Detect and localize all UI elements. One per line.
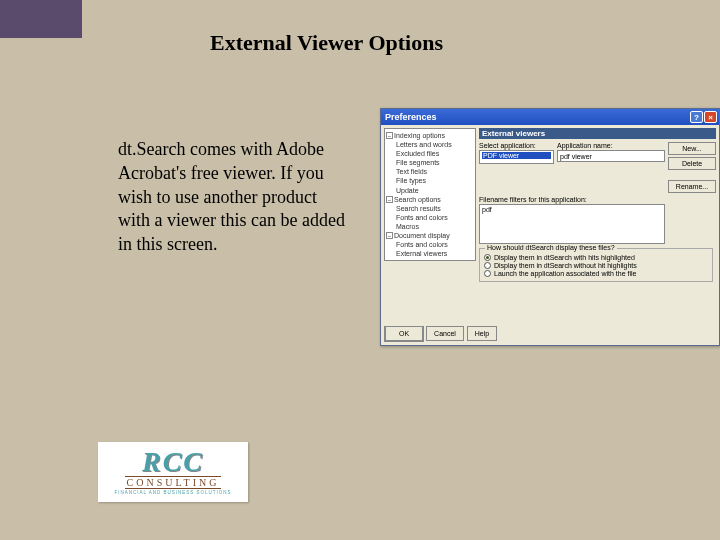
group-legend: How should dtSearch display these files? xyxy=(485,244,617,251)
close-icon[interactable]: × xyxy=(704,111,717,123)
rcc-logo: RCC CONSULTING FINANCIAL AND BUSINESS SO… xyxy=(98,442,248,502)
tree-node[interactable]: Search options xyxy=(394,196,441,203)
options-tree[interactable]: −Indexing options Letters and words Excl… xyxy=(384,128,476,261)
tree-node[interactable]: Excluded files xyxy=(386,149,474,158)
tree-node-selected[interactable]: External viewers xyxy=(386,249,474,258)
panel-header: External viewers xyxy=(479,128,716,139)
tree-collapse-icon[interactable]: − xyxy=(386,196,393,203)
filters-textarea[interactable]: pdf xyxy=(479,204,665,244)
radio-button[interactable] xyxy=(484,254,491,261)
help-icon[interactable]: ? xyxy=(690,111,703,123)
filters-label: Filename filters for this application: xyxy=(479,196,716,203)
dialog-titlebar: Preferences ? × xyxy=(381,109,719,125)
body-paragraph: dt.Search comes with Adobe Acrobat's fre… xyxy=(118,138,353,257)
tree-node[interactable]: Text fields xyxy=(386,167,474,176)
new-button[interactable]: New... xyxy=(668,142,716,155)
radio-button[interactable] xyxy=(484,262,491,269)
logo-tagline: FINANCIAL AND BUSINESS SOLUTIONS xyxy=(114,490,231,495)
logo-main: RCC xyxy=(142,449,204,474)
tree-node[interactable]: File types xyxy=(386,176,474,185)
tree-node[interactable]: Fonts and colors xyxy=(386,213,474,222)
preferences-dialog: Preferences ? × −Indexing options Letter… xyxy=(380,108,720,346)
radio-label: Launch the application associated with t… xyxy=(494,270,636,277)
list-item[interactable]: PDF viewer xyxy=(482,152,551,159)
dialog-title: Preferences xyxy=(385,112,437,122)
application-name-label: Application name: xyxy=(557,142,665,149)
tree-collapse-icon[interactable]: − xyxy=(386,132,393,139)
radio-label: Display them in dtSearch without hit hig… xyxy=(494,262,637,269)
help-button[interactable]: Help xyxy=(467,326,497,341)
tree-node[interactable]: Update xyxy=(386,186,474,195)
delete-button[interactable]: Delete xyxy=(668,157,716,170)
tree-node[interactable]: Fonts and colors xyxy=(386,240,474,249)
tree-collapse-icon[interactable]: − xyxy=(386,232,393,239)
tree-node[interactable]: File segments xyxy=(386,158,474,167)
application-name-input[interactable]: pdf viewer xyxy=(557,150,665,162)
radio-label: Display them in dtSearch with hits highl… xyxy=(494,254,635,261)
page-title: External Viewer Options xyxy=(210,30,443,56)
slide-accent-bar xyxy=(0,0,82,38)
radio-button[interactable] xyxy=(484,270,491,277)
rename-button[interactable]: Rename... xyxy=(668,180,716,193)
tree-node[interactable]: Search results xyxy=(386,204,474,213)
ok-button[interactable]: OK xyxy=(385,326,423,341)
display-mode-group: How should dtSearch display these files?… xyxy=(479,248,713,282)
tree-node[interactable]: Document display xyxy=(394,232,450,239)
tree-node[interactable]: Indexing options xyxy=(394,132,445,139)
application-listbox[interactable]: PDF viewer xyxy=(479,150,554,164)
tree-node[interactable]: Letters and words xyxy=(386,140,474,149)
tree-node[interactable]: Macros xyxy=(386,222,474,231)
select-application-label: Select application: xyxy=(479,142,554,149)
logo-sub: CONSULTING xyxy=(125,476,222,489)
cancel-button[interactable]: Cancel xyxy=(426,326,464,341)
